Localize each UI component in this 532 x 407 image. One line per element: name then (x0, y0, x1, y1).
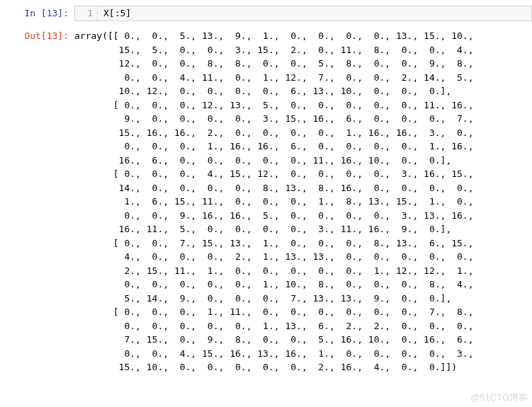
output-cell: Out[13]: array([[ 0., 0., 5., 13., 9., 1… (0, 28, 532, 374)
code-text: X[:5] (98, 6, 131, 21)
input-cell: In [13]: 1 X[:5] (0, 6, 532, 21)
line-number: 1 (75, 6, 98, 21)
code-input-area[interactable]: 1 X[:5] (74, 6, 532, 21)
in-prompt: In [13]: (0, 6, 74, 21)
output-text: array([[ 0., 0., 5., 13., 9., 1., 0., 0.… (74, 28, 532, 374)
out-prompt: Out[13]: (0, 28, 74, 374)
